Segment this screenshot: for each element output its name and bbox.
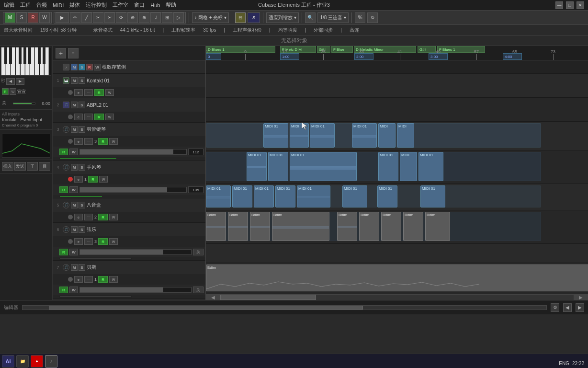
accordion-midi-6[interactable]: MIDI 01 <box>418 152 443 181</box>
musicbox-midi-8[interactable]: MIDI 01 <box>420 185 445 207</box>
track-2-m[interactable]: M <box>71 102 78 108</box>
track-3-vol-slider[interactable] <box>79 149 187 155</box>
taskbar-app-folder[interactable]: 📁 <box>16 355 29 368</box>
s-button[interactable]: S <box>16 12 27 23</box>
piano-key-as[interactable] <box>28 47 31 64</box>
tool-select[interactable]: ▶ <box>56 12 69 23</box>
chord-m-btn[interactable]: M <box>71 64 78 70</box>
quantize-dropdown[interactable]: 适应到缩放 ▾ <box>266 12 299 23</box>
musicbox-midi-7[interactable]: MIDI 01 <box>377 185 397 207</box>
track-2-w[interactable]: W <box>105 114 114 120</box>
track-4-vol-r[interactable]: R <box>59 186 68 193</box>
track-4-r[interactable]: R <box>88 176 98 183</box>
track-6-vol-w[interactable]: W <box>69 249 78 255</box>
strings-bdim-7[interactable]: Bdim <box>381 212 401 241</box>
track-7-r[interactable]: R <box>98 276 108 283</box>
strings-bdim-4[interactable]: Bdim <box>272 212 329 241</box>
track-4-m[interactable]: M <box>71 164 78 171</box>
musicbox-midi-4[interactable]: MIDI 01 <box>275 185 295 207</box>
piano-midi-4[interactable]: MIDI 01 <box>352 123 377 148</box>
snap-icon[interactable]: ⊟ <box>235 12 246 23</box>
maximize-button[interactable]: □ <box>566 1 574 9</box>
track-2-s[interactable]: S <box>79 102 85 108</box>
menu-window[interactable]: 窗口 <box>134 1 145 9</box>
musicbox-midi-6[interactable]: MIDI 01 <box>342 185 367 207</box>
track-6-edit[interactable]: e <box>74 238 83 245</box>
track-7-edit[interactable]: e <box>74 276 83 283</box>
tool-time[interactable]: ⊞ <box>162 12 172 23</box>
track-4-vol-slider[interactable] <box>79 187 187 193</box>
monitor-w-btn[interactable]: W <box>10 88 16 95</box>
m-button[interactable]: M <box>5 12 15 23</box>
tool-erase[interactable]: ✂ <box>93 12 103 23</box>
taskbar-app-record[interactable]: ● <box>31 355 43 368</box>
accordion-midi-2[interactable]: MIDI 01 <box>268 152 288 181</box>
musicbox-midi-2[interactable]: MIDI 01 <box>232 185 252 207</box>
track-5-m[interactable]: M <box>71 202 78 208</box>
strings-bdim-8[interactable]: Bdim <box>403 212 423 241</box>
track-6-s[interactable]: S <box>79 226 85 233</box>
note-dropdown[interactable]: 1/8 三连音 ▾ <box>317 12 349 23</box>
strings-bdim-5[interactable]: Bdim <box>337 212 357 241</box>
menu-hub[interactable]: Hub <box>150 2 160 8</box>
track-7-w[interactable]: W <box>109 276 118 283</box>
track-7-vol-slider[interactable] <box>79 287 192 293</box>
piano-midi-1[interactable]: MIDI 01 <box>263 123 288 148</box>
menu-media[interactable]: 媒体 <box>69 1 80 9</box>
piano-key-ds[interactable] <box>9 47 12 64</box>
close-button[interactable]: ✕ <box>577 1 584 9</box>
track-3-m[interactable]: M <box>71 126 78 133</box>
show-channels-button[interactable]: ≡ <box>68 48 79 58</box>
track-3-s[interactable]: S <box>79 126 85 133</box>
track-7-s[interactable]: S <box>79 264 85 271</box>
scroll-right-btn[interactable]: ▶ <box>574 295 588 300</box>
chord-s-btn[interactable]: S <box>79 64 85 70</box>
strings-bdim-9[interactable]: Bdim <box>425 212 450 241</box>
menu-studio[interactable]: 工作室 <box>113 1 128 9</box>
track-6-w[interactable]: W <box>109 238 118 245</box>
accordion-midi-1[interactable]: MIDI 01 <box>247 152 267 181</box>
track-4-edit[interactable]: e <box>74 176 83 183</box>
add-track-button[interactable]: + <box>56 48 66 58</box>
piano-midi-6[interactable]: MIDI <box>397 123 414 148</box>
mini-keyboard[interactable] <box>1 47 51 76</box>
track-7-vol-w[interactable]: W <box>69 287 78 293</box>
track-4-w[interactable]: W <box>99 176 108 183</box>
w-button[interactable]: W <box>39 12 50 23</box>
taskbar-app-ai[interactable]: Ai <box>2 355 14 368</box>
track-1-chord[interactable]: ⋯ <box>84 89 93 96</box>
track-3-vol-r[interactable]: R <box>59 149 68 155</box>
piano-key-fs[interactable] <box>19 47 22 64</box>
accordion-midi-5[interactable]: MIDI <box>400 152 417 181</box>
bass-bdim-main[interactable]: Bdim <box>206 264 588 291</box>
musicbox-midi-1[interactable]: MIDI 01 <box>206 185 231 207</box>
track-7-vol-off[interactable]: 关 <box>193 287 204 293</box>
settings-button[interactable]: ⚙ <box>551 303 559 312</box>
track-2-chord[interactable]: ⋯ <box>84 114 93 120</box>
accordion-midi-3[interactable]: MIDI 01 <box>290 152 357 181</box>
track-7-chord[interactable]: ⋯ <box>84 276 93 283</box>
scroll-left-btn2[interactable]: ◀ <box>563 303 572 312</box>
piano-midi-5[interactable]: MIDI <box>378 123 396 148</box>
menu-transport[interactable]: 运行控制 <box>86 1 107 9</box>
h-scrollbar[interactable]: ◀ ▶ <box>206 294 588 300</box>
bottom-btn-send[interactable]: 发送 <box>14 162 26 171</box>
menu-midi[interactable]: MIDI <box>53 2 64 8</box>
bottom-btn-insert[interactable]: 插入 <box>2 162 13 171</box>
tool-split[interactable]: ✂ <box>104 12 115 23</box>
piano-key-cs2[interactable] <box>38 47 41 64</box>
track-1-s[interactable]: S <box>79 77 85 84</box>
bottom-btn-group[interactable]: 子 <box>27 162 38 171</box>
strings-bdim-6[interactable]: Bdim <box>359 212 379 241</box>
track-2-edit[interactable]: e <box>74 114 83 120</box>
track-2-r[interactable]: R <box>94 114 104 120</box>
bottom-btn-eq[interactable]: 目 <box>39 162 50 171</box>
track-3-r[interactable]: R <box>98 138 108 145</box>
piano-btn-1[interactable]: ◀ <box>6 78 15 85</box>
tool-zoom2[interactable]: ⊕ <box>139 12 149 23</box>
strings-bdim-3[interactable]: Bdim <box>250 212 270 241</box>
track-5-s[interactable]: S <box>79 202 85 208</box>
strings-bdim-2[interactable]: Bdim <box>228 212 248 241</box>
piano-key-gs[interactable] <box>23 47 26 64</box>
track-5-edit[interactable]: e <box>74 214 83 220</box>
